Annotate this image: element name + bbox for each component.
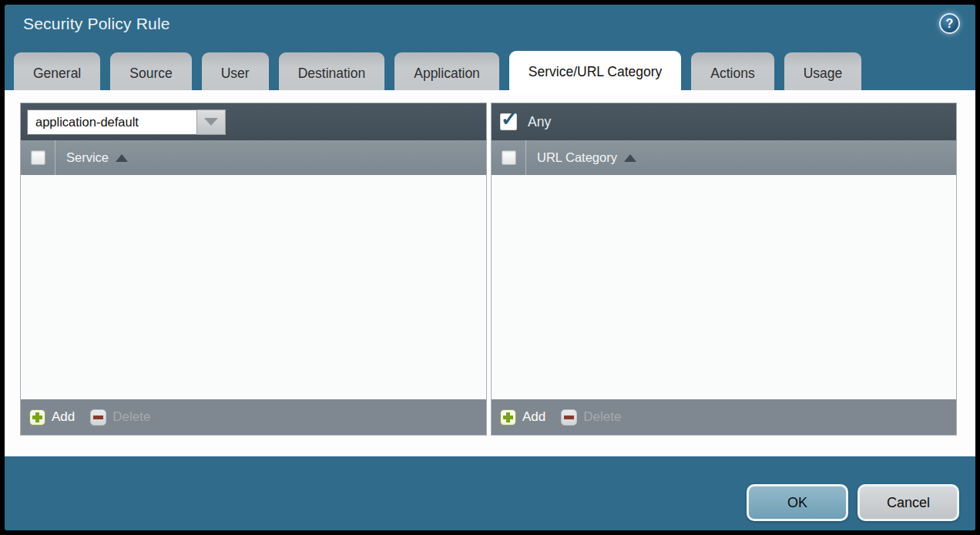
chevron-down-icon xyxy=(204,118,218,126)
service-column-header[interactable]: Service xyxy=(66,150,128,165)
service-type-dropdown-button[interactable] xyxy=(196,109,226,135)
url-category-table-header: URL Category xyxy=(492,140,956,175)
help-icon[interactable]: ? xyxy=(939,13,960,34)
sort-asc-icon xyxy=(116,154,128,162)
plus-icon xyxy=(500,409,516,426)
service-select-all-checkbox[interactable] xyxy=(31,150,45,165)
help-glyph: ? xyxy=(946,17,954,31)
sort-asc-icon xyxy=(624,154,636,162)
tab-source[interactable]: Source xyxy=(110,52,191,95)
url-category-column-label: URL Category xyxy=(537,150,617,165)
url-category-select-all-cell xyxy=(492,140,525,175)
service-toolbar: application-default xyxy=(21,103,486,140)
plus-icon xyxy=(29,409,45,426)
url-category-list-body xyxy=(492,175,956,399)
tab-service-url-category[interactable]: Service/URL Category xyxy=(509,51,681,95)
service-delete-label: Delete xyxy=(112,409,150,425)
service-add-label: Add xyxy=(52,409,75,425)
any-label: Any xyxy=(528,114,551,130)
ok-button[interactable]: OK xyxy=(747,484,848,521)
tab-general[interactable]: General xyxy=(14,52,100,95)
tab-destination[interactable]: Destination xyxy=(279,52,385,95)
tab-content-area: application-default Service xyxy=(5,90,975,456)
screen-frame: Security Policy Rule ? General Source Us… xyxy=(0,0,980,535)
service-type-value[interactable]: application-default xyxy=(27,109,196,135)
url-category-select-all-checkbox[interactable] xyxy=(502,150,516,165)
service-type-dropdown[interactable]: application-default xyxy=(27,109,226,135)
tab-user[interactable]: User xyxy=(202,52,269,95)
service-delete-button[interactable]: Delete xyxy=(90,409,150,426)
tab-actions[interactable]: Actions xyxy=(691,52,774,95)
service-select-all-cell xyxy=(21,140,55,175)
url-category-add-label: Add xyxy=(522,409,545,425)
url-category-delete-button[interactable]: Delete xyxy=(561,409,621,426)
url-category-delete-label: Delete xyxy=(583,409,621,425)
url-category-add-button[interactable]: Add xyxy=(500,409,545,426)
service-add-button[interactable]: Add xyxy=(29,409,75,426)
security-policy-rule-dialog: Security Policy Rule ? General Source Us… xyxy=(5,5,975,530)
service-list-body xyxy=(21,175,486,399)
minus-icon xyxy=(90,409,106,426)
dialog-title: Security Policy Rule xyxy=(23,15,170,33)
cancel-button[interactable]: Cancel xyxy=(858,484,959,521)
url-category-column-header[interactable]: URL Category xyxy=(537,150,636,165)
url-category-footer-bar: Add Delete xyxy=(492,399,956,435)
service-table-header: Service xyxy=(21,140,486,175)
service-footer-bar: Add Delete xyxy=(21,399,486,435)
minus-icon xyxy=(561,409,577,426)
tab-application[interactable]: Application xyxy=(394,52,499,95)
tab-bar: General Source User Destination Applicat… xyxy=(14,48,861,95)
column-divider xyxy=(55,140,55,175)
checkmark-icon: ✓ xyxy=(501,107,518,131)
url-category-panel: ✓ Any URL Category xyxy=(491,103,957,436)
service-column-label: Service xyxy=(66,150,109,165)
any-row: ✓ Any xyxy=(492,113,956,130)
any-checkbox[interactable]: ✓ xyxy=(500,113,517,130)
tab-usage[interactable]: Usage xyxy=(784,52,862,95)
url-category-toolbar: ✓ Any xyxy=(492,103,956,140)
service-panel: application-default Service xyxy=(20,103,487,436)
column-divider xyxy=(525,140,526,175)
